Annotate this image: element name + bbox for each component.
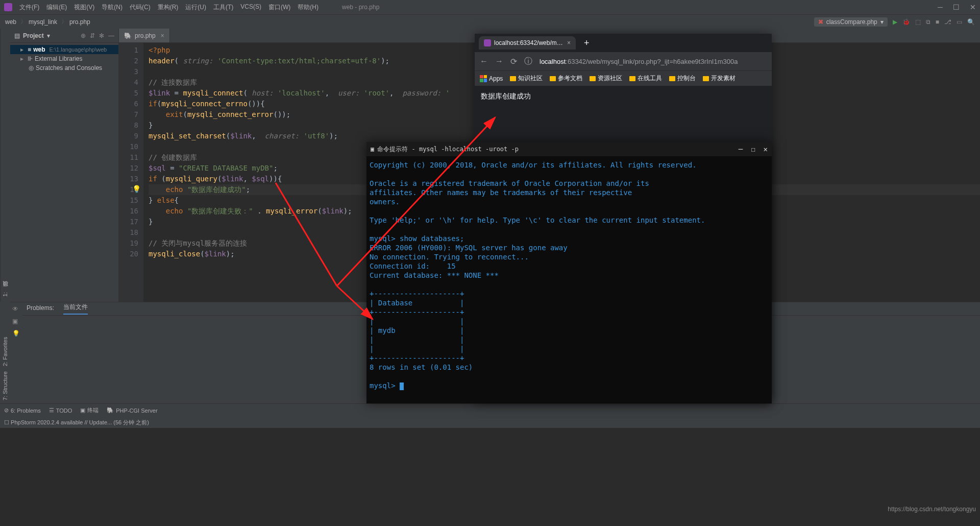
terminal-window: ▣ 命令提示符 - mysql -hlocalhost -uroot -p ─ … xyxy=(366,142,772,403)
php-file-icon: 🐘 xyxy=(124,32,132,39)
update-notice[interactable]: PhpStorm 2020.2.4 available // Update...… xyxy=(11,419,149,426)
stop-icon[interactable]: ■ xyxy=(936,18,939,26)
main-menu: 文件(F)编辑(E)视图(V)导航(N)代码(C)重构(R)运行(U)工具(T)… xyxy=(16,2,322,13)
bookmark-item[interactable]: 知识社区 xyxy=(510,74,543,83)
debug-icon[interactable]: 🐞 xyxy=(902,18,910,26)
maximize-icon[interactable]: ☐ xyxy=(751,145,755,153)
close-tab-icon[interactable]: × xyxy=(567,39,571,46)
bookmarks-bar: Apps知识社区参考文档资源社区在线工具控制台开发素材 xyxy=(475,70,772,86)
menu-item[interactable]: 代码(C) xyxy=(127,2,154,13)
coverage-icon[interactable]: ⬚ xyxy=(915,18,921,26)
menu-item[interactable]: 运行(U) xyxy=(182,2,209,13)
tree-external-libs[interactable]: ▸⊪ External Libraries xyxy=(10,54,118,63)
app-logo-icon xyxy=(4,3,12,11)
profiler-icon[interactable]: ⧉ xyxy=(926,18,930,26)
gear-icon[interactable]: ✻ xyxy=(99,32,104,39)
back-icon[interactable]: ← xyxy=(480,57,488,66)
sidebar-title: Project xyxy=(23,32,44,39)
close-icon[interactable]: ✕ xyxy=(970,3,976,11)
window-controls: ─ ☐ ✕ xyxy=(938,3,976,11)
favicon-icon xyxy=(484,39,491,46)
current-file-tab[interactable]: 当前文件 xyxy=(63,303,88,315)
layout-icon[interactable]: ▭ xyxy=(957,18,962,26)
forward-icon[interactable]: → xyxy=(495,57,503,66)
tree-scratches[interactable]: ◎ Scratches and Consoles xyxy=(10,63,118,73)
bookmark-item[interactable]: Apps xyxy=(480,75,503,82)
favorites-tool-button[interactable]: 2: Favorites xyxy=(2,337,8,366)
bookmark-item[interactable]: 控制台 xyxy=(669,74,696,83)
menu-item[interactable]: 视图(V) xyxy=(71,2,97,13)
run-configuration[interactable]: ✖ classCompare.php ▾ xyxy=(814,17,888,27)
browser-tab[interactable]: localhost:63342/web/mysql_li × xyxy=(479,36,576,50)
sidebar-header: ▤ Project ▾ ⊕ ⇵ ✻ — xyxy=(10,29,118,43)
search-icon[interactable]: 🔍 xyxy=(967,18,975,26)
left-tool-strip: 1: 项目 xyxy=(0,29,10,302)
menu-item[interactable]: VCS(S) xyxy=(237,2,264,13)
menu-item[interactable]: 重构(R) xyxy=(155,2,182,13)
bookmark-item[interactable]: 参考文档 xyxy=(550,74,582,83)
error-icon: ✖ xyxy=(818,18,823,26)
menu-item[interactable]: 帮助(H) xyxy=(295,2,322,13)
terminal-title: 命令提示符 - mysql -hlocalhost -uroot -p xyxy=(377,145,519,154)
project-tree: ▸■ web E:\1.language\php\web ▸⊪ External… xyxy=(10,43,118,75)
menu-item[interactable]: 文件(F) xyxy=(16,2,42,13)
status-bar-2: ☐ PhpStorm 2020.2.4 available // Update.… xyxy=(0,417,980,428)
minimize-icon[interactable]: ─ xyxy=(739,145,743,153)
browser-tab-bar: localhost:63342/web/mysql_li × + xyxy=(475,34,772,52)
page-text: 数据库创建成功 xyxy=(481,92,531,100)
url-field[interactable]: localhost:63342/web/mysql_link/pro.php?_… xyxy=(540,58,767,65)
menu-item[interactable]: 工具(T) xyxy=(210,2,236,13)
terminal-content[interactable]: Copyright (c) 2000, 2018, Oracle and/or … xyxy=(366,156,772,403)
collapse-icon[interactable]: ⇵ xyxy=(90,32,95,39)
stop-square-icon[interactable]: ▣ xyxy=(12,318,20,325)
folder-icon: ▤ xyxy=(14,32,20,39)
tree-root[interactable]: ▸■ web E:\1.language\php\web xyxy=(10,45,118,54)
bottom-tool-icons: 👁 ▣ 💡 xyxy=(10,302,22,403)
eye-icon[interactable]: 👁 xyxy=(12,305,20,313)
run-icon[interactable]: ▶ xyxy=(893,18,897,26)
bulb-icon[interactable]: 💡 xyxy=(12,330,20,337)
menu-item[interactable]: 编辑(E) xyxy=(43,2,70,13)
reload-icon[interactable]: ⟳ xyxy=(510,57,517,66)
project-tool-button[interactable]: 1: 项目 xyxy=(2,291,9,297)
status-bar: ⊘ 6: Problems ☰ TODO ▣ 终端 🐘 PHP-CGI Serv… xyxy=(0,403,980,417)
breadcrumb-folder[interactable]: mysql_link xyxy=(29,18,57,26)
breadcrumb-file[interactable]: pro.php xyxy=(69,18,90,26)
status-php-cgi[interactable]: 🐘 PHP-CGI Server xyxy=(107,407,157,414)
bookmark-item[interactable]: 资源社区 xyxy=(590,74,622,83)
browser-tab-title: localhost:63342/web/mysql_li xyxy=(494,39,564,46)
bookmark-item[interactable]: 开发素材 xyxy=(703,74,736,83)
status-todo[interactable]: ☰ TODO xyxy=(49,407,72,414)
browser-address-bar: ← → ⟳ ⓘ localhost:63342/web/mysql_link/p… xyxy=(475,52,772,70)
bookmark-item[interactable]: 在线工具 xyxy=(629,74,662,83)
menu-item[interactable]: 导航(N) xyxy=(99,2,126,13)
left-lower-strip: 7: Structure 2: Favorites xyxy=(0,302,10,403)
watermark: https://blog.csdn.net/tongkongyu xyxy=(888,506,976,513)
maximize-icon[interactable]: ☐ xyxy=(953,3,960,11)
lightbulb-icon[interactable]: 💡 xyxy=(132,184,141,195)
editor-tab[interactable]: 🐘 pro.php × xyxy=(119,29,170,42)
hide-icon[interactable]: — xyxy=(108,32,114,39)
git-icon[interactable]: ⎇ xyxy=(944,18,951,26)
status-problems[interactable]: ⊘ 6: Problems xyxy=(4,407,41,414)
titlebar: 文件(F)编辑(E)视图(V)导航(N)代码(C)重构(R)运行(U)工具(T)… xyxy=(0,0,980,14)
cmd-icon: ▣ xyxy=(371,146,374,153)
window-title: web - pro.php xyxy=(342,4,379,11)
tab-label: pro.php xyxy=(135,32,156,39)
project-sidebar: ▤ Project ▾ ⊕ ⇵ ✻ — ▸■ web E:\1.language… xyxy=(10,29,119,302)
dropdown-icon: ▾ xyxy=(880,18,884,26)
navigation-bar: web 〉 mysql_link 〉 pro.php ✖ classCompar… xyxy=(0,14,980,29)
close-icon[interactable]: ✕ xyxy=(764,145,768,153)
dropdown-icon[interactable]: ▾ xyxy=(47,32,50,39)
structure-tool-button[interactable]: 7: Structure xyxy=(2,371,8,400)
menu-item[interactable]: 窗口(W) xyxy=(265,2,293,13)
minimize-icon[interactable]: ─ xyxy=(938,3,943,11)
problems-tab-label[interactable]: Problems: xyxy=(27,304,54,314)
new-tab-button[interactable]: + xyxy=(580,38,594,49)
locate-icon[interactable]: ⊕ xyxy=(81,32,86,39)
close-tab-icon[interactable]: × xyxy=(161,32,164,39)
status-terminal[interactable]: ▣ 终端 xyxy=(80,407,99,414)
breadcrumb-root[interactable]: web xyxy=(5,18,16,26)
run-config-label: classCompare.php xyxy=(826,18,877,26)
info-icon: ⓘ xyxy=(524,56,532,67)
